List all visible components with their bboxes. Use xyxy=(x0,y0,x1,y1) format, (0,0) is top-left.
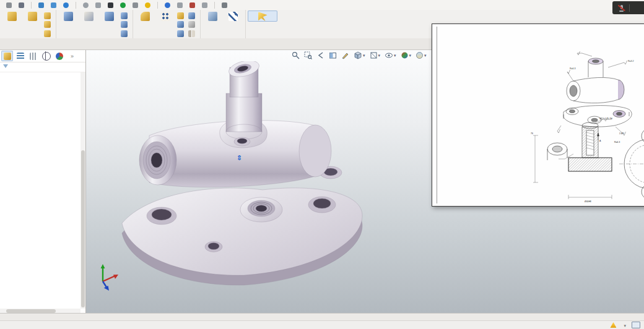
section-view-button[interactable] xyxy=(329,51,337,59)
propertymanager-icon xyxy=(17,53,24,60)
scene-icon xyxy=(416,51,424,59)
taskbar-icon[interactable] xyxy=(83,2,89,8)
boundary-cut-icon xyxy=(121,30,128,37)
taskbar-icon[interactable] xyxy=(189,2,195,8)
revolved-cut-icon xyxy=(105,12,114,21)
taskbar-icon[interactable] xyxy=(165,2,170,8)
tree-vertical-scrollbar[interactable] xyxy=(80,72,85,309)
boundary-boss-icon xyxy=(44,30,51,37)
status-bar xyxy=(0,320,644,329)
mirror-button[interactable] xyxy=(187,29,198,38)
swept-cut-button[interactable] xyxy=(120,11,131,20)
divider xyxy=(214,2,215,9)
panel-tabs-overflow[interactable]: » xyxy=(66,51,78,61)
taskbar-icon[interactable] xyxy=(51,2,56,8)
lofted-boss-button[interactable] xyxy=(43,20,54,30)
boundary-cut-button[interactable] xyxy=(120,29,131,38)
linear-pattern-button[interactable] xyxy=(155,11,176,22)
ribbon-group-reference xyxy=(201,10,246,38)
part-3d-model[interactable] xyxy=(111,61,383,289)
zoom-to-area-button[interactable] xyxy=(304,51,312,59)
tab-displaymanager[interactable] xyxy=(53,51,65,61)
mirror-icon xyxy=(188,30,195,37)
tab-featuremanager[interactable] xyxy=(1,51,13,61)
tab-configurationmanager[interactable] xyxy=(27,51,39,61)
lofted-boss-icon xyxy=(44,21,51,28)
tab-dimxpertmanager[interactable] xyxy=(40,51,52,61)
apply-scene-button[interactable]: ▾ xyxy=(416,51,427,59)
orientation-triad xyxy=(95,263,121,291)
screen-icon[interactable] xyxy=(632,322,640,328)
taskbar-icon[interactable] xyxy=(202,2,207,8)
taskbar-icon[interactable] xyxy=(108,2,113,8)
ribbon-group-cut xyxy=(56,10,133,38)
taskbar-icon[interactable] xyxy=(222,2,227,8)
chevron-down-icon: ▾ xyxy=(394,53,396,58)
divider xyxy=(629,4,630,12)
magnifier-area-icon xyxy=(304,51,312,59)
swept-boss-button[interactable] xyxy=(43,11,54,20)
taskbar-icon[interactable] xyxy=(133,2,138,8)
feature-tree xyxy=(0,72,80,309)
curves-icon xyxy=(228,12,238,21)
taskbar-icon[interactable] xyxy=(95,2,101,8)
chevron-down-icon: ▾ xyxy=(363,53,365,58)
top-icon-strip xyxy=(0,0,644,11)
zoom-to-fit-button[interactable] xyxy=(292,51,300,59)
shell-icon xyxy=(177,30,184,37)
taskbar-icon[interactable] xyxy=(177,2,183,8)
instant3d-handle-icon[interactable]: ⇕ xyxy=(237,154,242,162)
extruded-cut-icon xyxy=(64,12,73,21)
appearance-ball-icon xyxy=(401,51,409,59)
previous-view-button[interactable] xyxy=(316,51,324,59)
configurationmanager-icon xyxy=(30,53,37,60)
svg-text:76: 76 xyxy=(531,132,533,135)
hole-wizard-button[interactable] xyxy=(79,11,99,22)
chevron-down-icon: ▾ xyxy=(378,53,381,58)
display-style-icon xyxy=(370,51,378,59)
draft-icon xyxy=(177,21,184,28)
meeting-speaking-overlay[interactable] xyxy=(612,1,644,14)
wrap-icon xyxy=(188,12,195,19)
draft-button[interactable] xyxy=(176,20,187,30)
rib-button[interactable] xyxy=(176,11,187,20)
fillet-button[interactable] xyxy=(135,11,155,22)
taskbar-icon[interactable] xyxy=(120,2,126,8)
edit-appearance-button[interactable]: ▾ xyxy=(401,51,412,59)
lofted-cut-button[interactable] xyxy=(120,20,131,30)
intersect-icon xyxy=(188,21,195,28)
tab-propertymanager[interactable] xyxy=(14,51,26,61)
curves-button[interactable] xyxy=(223,11,243,22)
wrap-button[interactable] xyxy=(187,11,198,20)
reference-geometry-icon xyxy=(208,12,217,21)
boundary-boss-button[interactable] xyxy=(43,29,54,38)
linear-pattern-icon xyxy=(161,12,170,21)
revolved-cut-button[interactable] xyxy=(99,11,120,22)
taskbar-icon[interactable] xyxy=(6,2,12,8)
heads-up-toolbar: ▾ ▾ ▾ ▾ ▾ xyxy=(292,51,440,59)
technical-requirements xyxy=(456,127,529,128)
taskbar-icon[interactable] xyxy=(19,2,24,8)
shell-button[interactable] xyxy=(176,29,187,38)
contest-sheet-window[interactable]: Ra3.2Ra6.3A xyxy=(432,24,644,207)
tree-filter[interactable] xyxy=(0,62,85,72)
custom-status-dropdown[interactable] xyxy=(622,322,626,328)
intersect-button[interactable] xyxy=(187,20,198,30)
reference-geometry-button[interactable] xyxy=(202,11,223,22)
svg-text:Ø40H8: Ø40H8 xyxy=(585,200,591,203)
annotation-visibility-button[interactable] xyxy=(341,51,349,59)
chevron-more-icon: » xyxy=(71,53,74,59)
extruded-cut-button[interactable] xyxy=(58,11,79,22)
extruded-boss-icon xyxy=(7,12,17,21)
svg-text:Ra3.2: Ra3.2 xyxy=(628,60,634,62)
taskbar-icon[interactable] xyxy=(145,2,150,8)
extruded-boss-button[interactable] xyxy=(2,11,22,22)
revolved-boss-button[interactable] xyxy=(22,11,43,22)
divider xyxy=(31,2,32,9)
display-style-button[interactable]: ▾ xyxy=(370,51,381,59)
instant3d-button[interactable] xyxy=(248,11,277,22)
hide-show-items-button[interactable]: ▾ xyxy=(385,51,396,59)
taskbar-icon[interactable] xyxy=(38,2,44,8)
view-orientation-button[interactable]: ▾ xyxy=(354,51,365,59)
taskbar-icon[interactable] xyxy=(63,2,69,8)
